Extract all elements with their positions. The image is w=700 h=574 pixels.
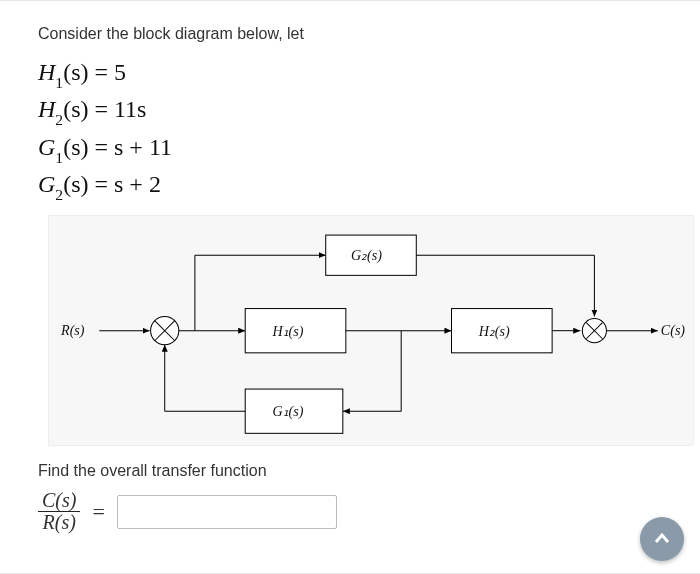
eq-h1: H1(s) = 5 (38, 55, 688, 92)
eq-g2: G2(s) = s + 2 (38, 167, 688, 204)
block-diagram-svg: R(s) G₂(s) H₁(s) (49, 220, 693, 441)
block-diagram: R(s) G₂(s) H₁(s) (48, 215, 694, 446)
chevron-up-icon (652, 529, 672, 549)
equals-sign: = (92, 499, 104, 525)
svg-text:H₁(s): H₁(s) (271, 322, 303, 339)
svg-text:H₂(s): H₂(s) (478, 322, 510, 339)
svg-text:G₁(s): G₁(s) (272, 403, 303, 420)
ratio-c-over-r: C(s) R(s) (38, 490, 80, 533)
input-label: R(s) (60, 321, 85, 338)
eq-g1: G1(s) = s + 11 (38, 130, 688, 167)
svg-text:G₂(s): G₂(s) (351, 247, 382, 264)
transfer-function-input[interactable] (117, 495, 337, 529)
output-label: C(s) (661, 321, 686, 338)
scroll-to-top-button[interactable] (640, 517, 684, 561)
eq-h2: H2(s) = 11s (38, 92, 688, 129)
find-transfer-function-text: Find the overall transfer function (38, 462, 688, 480)
answer-row: C(s) R(s) = (38, 490, 688, 533)
given-equations: H1(s) = 5 H2(s) = 11s G1(s) = s + 11 G2(… (38, 55, 688, 205)
intro-text: Consider the block diagram below, let (38, 25, 688, 43)
